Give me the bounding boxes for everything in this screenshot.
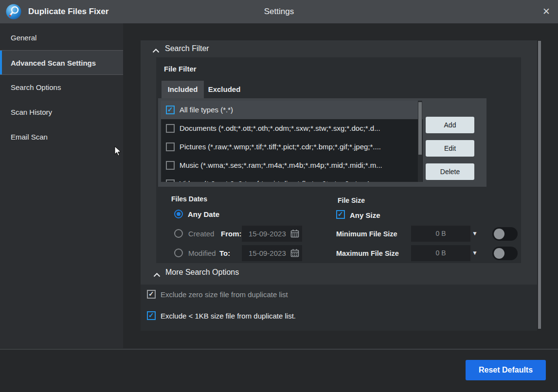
file-types-list: ✓ All file types (*.*) ✓ Documents (*.od… — [161, 101, 423, 182]
selected-indicator — [0, 51, 2, 74]
tab-excluded[interactable]: Excluded — [204, 81, 245, 98]
created-label: Created — [188, 230, 214, 238]
files-dates-label: Files Dates — [171, 195, 207, 203]
maximum-file-size-label: Maximum File Size — [336, 249, 399, 257]
list-item[interactable]: ✓ Documents (*.odt;*.ott;*.oth;*.odm;*.s… — [161, 119, 423, 138]
more-search-options-header[interactable]: More Search Options — [141, 265, 537, 282]
modified-radio[interactable] — [174, 249, 183, 257]
sidebar-item-scan-history[interactable]: Scan History — [0, 100, 123, 125]
footer-divider — [0, 349, 558, 350]
checkbox-unchecked[interactable]: ✓ — [166, 143, 175, 151]
sidebar-item-advanced-scan-settings[interactable]: Advanced Scan Settings — [0, 50, 123, 75]
list-item[interactable]: ✓ Videos (*.3gp;*.3g2;*.asf;*.avi;*.divx… — [161, 175, 423, 182]
more-search-options-title: More Search Options — [165, 268, 239, 277]
title-bar: Duplicate Files Fixer Settings ✕ — [0, 0, 558, 23]
from-date-field[interactable]: 15-09-2023 — [242, 226, 302, 242]
list-item[interactable]: ✓ Pictures (*.raw;*.wmp;*.tif;*.tiff;*.p… — [161, 138, 423, 156]
list-scrollbar-thumb[interactable] — [418, 102, 422, 155]
collapse-chevron-icon[interactable] — [152, 46, 160, 55]
from-label: From: — [221, 230, 242, 238]
list-item[interactable]: ✓ All file types (*.*) — [161, 101, 423, 119]
min-size-toggle[interactable] — [492, 227, 518, 241]
reset-defaults-button[interactable]: Reset Defaults — [466, 360, 546, 380]
sidebar-item-general[interactable]: General — [0, 25, 123, 50]
settings-window: Duplicate Files Fixer Settings ✕ General… — [0, 0, 558, 392]
any-date-radio[interactable] — [174, 210, 183, 218]
max-size-dropdown-icon[interactable]: ▼ — [472, 249, 478, 256]
main-scrollbar-thumb[interactable] — [538, 41, 541, 329]
calendar-icon[interactable] — [290, 229, 300, 238]
sidebar-item-search-options[interactable]: Search Options — [0, 75, 123, 100]
tab-included[interactable]: Included — [162, 81, 204, 98]
collapse-chevron-icon[interactable] — [153, 270, 161, 279]
any-size-checkbox[interactable]: ✓ — [336, 210, 345, 219]
close-icon[interactable]: ✕ — [539, 0, 554, 23]
edit-button[interactable]: Edit — [426, 140, 474, 157]
checkbox-unchecked[interactable]: ✓ — [166, 179, 175, 182]
list-item[interactable]: ✓ Music (*.wma;*.ses;*.ram;*.m4a;*.m4b;*… — [161, 156, 423, 175]
dialog-title: Settings — [0, 0, 558, 23]
sidebar: General Advanced Scan Settings Search Op… — [0, 23, 123, 348]
file-types-panel: ✓ All file types (*.*) ✓ Documents (*.od… — [158, 98, 486, 187]
checkbox-unchecked[interactable]: ✓ — [166, 161, 175, 170]
any-date-label: Any Date — [188, 210, 219, 218]
more-search-options-group: ✓ Exclude zero size file from duplicate … — [141, 285, 537, 331]
minimum-size-field[interactable]: 0 B — [411, 226, 470, 242]
sidebar-item-email-scan[interactable]: Email Scan — [0, 125, 123, 149]
mouse-cursor — [114, 146, 122, 159]
search-filter-title: Search Filter — [165, 44, 209, 53]
toggle-knob — [494, 229, 504, 239]
created-radio[interactable] — [174, 229, 183, 238]
checkbox-unchecked[interactable]: ✓ — [166, 124, 175, 133]
list-scrollbar[interactable] — [418, 101, 422, 182]
exclude-1kb-label: Exclude < 1KB size file from duplicate l… — [161, 312, 296, 320]
calendar-icon[interactable] — [290, 248, 300, 258]
toggle-knob — [494, 248, 504, 259]
settings-panel: Search Filter File Filter Included Exclu… — [141, 40, 537, 331]
modified-label: Modified — [188, 249, 216, 257]
maximum-size-field[interactable]: 0 B — [411, 245, 470, 261]
to-date-field[interactable]: 15-09-2023 — [242, 245, 302, 261]
file-size-label: File Size — [338, 196, 365, 204]
min-size-dropdown-icon[interactable]: ▼ — [472, 230, 478, 237]
to-label: To: — [219, 249, 230, 257]
exclude-1kb-checkbox[interactable]: ✓ — [147, 311, 156, 320]
search-filter-header[interactable]: Search Filter — [141, 40, 537, 57]
minimum-file-size-label: Minimum File Size — [336, 230, 397, 238]
exclude-zero-size-checkbox[interactable]: ✓ — [147, 290, 156, 299]
max-size-toggle[interactable] — [492, 247, 518, 260]
exclude-zero-size-label: Exclude zero size file from duplicate li… — [161, 290, 288, 299]
checkbox-checked[interactable]: ✓ — [166, 106, 175, 114]
add-button[interactable]: Add — [426, 117, 474, 133]
file-filter-group: File Filter Included Excluded ✓ All file… — [156, 57, 521, 263]
file-filter-label: File Filter — [164, 65, 197, 73]
delete-button[interactable]: Delete — [426, 163, 474, 180]
any-size-label: Any Size — [350, 211, 380, 219]
